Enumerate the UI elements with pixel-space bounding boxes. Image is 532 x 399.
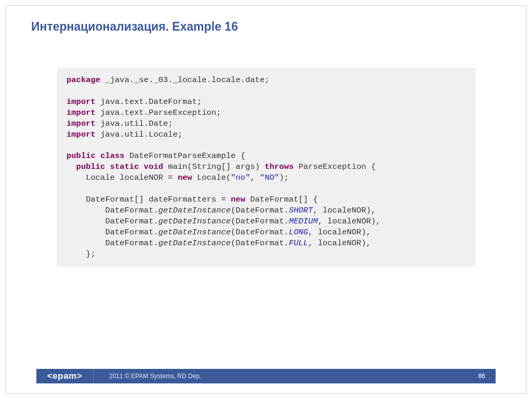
footer-bar: <epam> 2011 © EPAM Systems, RD Dep. 86	[36, 369, 496, 383]
imp2: java.text.ParseException;	[96, 108, 221, 117]
close: };	[66, 249, 96, 259]
kw-new: new	[231, 195, 245, 204]
kw-throws: throws	[264, 162, 294, 171]
dfc1a: DateFormat.	[66, 206, 158, 215]
code-block: package _java._se._03._locale.locale.dat…	[57, 68, 475, 267]
dfs: , localeNOR),	[313, 206, 376, 215]
slide-title: Интернационализация. Example 16	[31, 20, 238, 34]
imp1: java.text.DateFormat;	[96, 97, 202, 107]
gdi: getDateInstance	[158, 238, 231, 248]
dfs: , localeNOR),	[308, 238, 371, 248]
kw-void: void	[144, 162, 163, 171]
str-no: "no"	[231, 173, 250, 182]
kw-static: static	[110, 162, 139, 171]
full: FULL	[289, 238, 308, 248]
kw-class: class	[100, 151, 125, 161]
comma: ,	[250, 173, 260, 182]
dfc4b: (DateFormat.	[231, 238, 289, 248]
locale1: Locale localeNOR =	[66, 173, 178, 182]
gdi: getDateInstance	[158, 206, 231, 215]
long: LONG	[289, 228, 308, 237]
dfc4a: DateFormat.	[66, 238, 158, 248]
short: SHORT	[289, 206, 313, 215]
imp3: java.util.Date;	[96, 119, 173, 128]
kw-import: import	[66, 119, 96, 128]
dfc2a: DateFormat.	[66, 217, 158, 226]
locale3: );	[279, 173, 289, 182]
class-name: DateFormatParseExample {	[125, 151, 246, 161]
imp4: java.util.Locale;	[96, 130, 182, 139]
kw-public: public	[76, 162, 105, 171]
kw-import: import	[66, 97, 96, 107]
dfc1b: (DateFormat.	[231, 206, 289, 215]
footer-copyright: 2011 © EPAM Systems, RD Dep.	[94, 373, 478, 380]
throws-ex: ParseException {	[294, 162, 376, 171]
str-NO: "NO"	[260, 173, 279, 182]
dfs: , localeNOR),	[308, 228, 371, 237]
page-number: 86	[478, 373, 496, 380]
df2: DateFormat[] {	[245, 195, 318, 204]
kw-public: public	[66, 151, 96, 161]
locale2: Locale(	[192, 173, 231, 182]
medium: MEDIUM	[289, 217, 318, 226]
dfc2b: (DateFormat.	[231, 217, 289, 226]
kw-new: new	[178, 173, 192, 182]
epam-logo: <epam>	[36, 369, 94, 383]
kw-import: import	[66, 108, 96, 117]
gdi: getDateInstance	[158, 217, 231, 226]
gdi: getDateInstance	[158, 228, 231, 237]
dfc3b: (DateFormat.	[231, 228, 289, 237]
dfs: , localeNOR),	[318, 217, 381, 226]
pkg-name: _java._se._03._locale.locale.date;	[100, 75, 270, 85]
dfc3a: DateFormat.	[66, 228, 158, 237]
main-sig: main(String[] args)	[163, 162, 264, 171]
kw-package: package	[66, 75, 100, 85]
kw-import: import	[66, 130, 96, 139]
df1: DateFormat[] dateFormatters =	[66, 195, 231, 204]
